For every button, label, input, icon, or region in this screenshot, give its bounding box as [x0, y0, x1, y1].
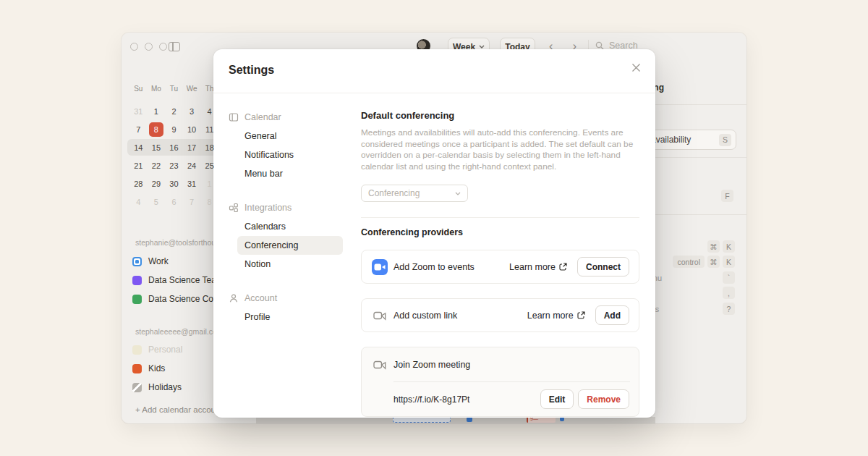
mini-calendar-day[interactable]: 6 [165, 193, 183, 211]
settings-nav-item-profile[interactable]: Profile [237, 308, 343, 326]
shortcut-row-shortcuts: uts ? [648, 303, 735, 315]
mini-calendar-day[interactable]: 14 [129, 138, 148, 156]
section-title-conferencing-providers: Conferencing providers [361, 227, 639, 239]
account-icon [229, 293, 239, 303]
calendar-name: Work [148, 256, 169, 266]
calendar-list-item-data-science-team[interactable]: Data Science Team [129, 271, 215, 290]
calendar-checkbox-checked-icon [132, 257, 142, 266]
account-email: stephaleeeee@gmail.co [135, 326, 215, 337]
key-badge-comma: , [723, 287, 735, 299]
mini-calendar-day[interactable]: 31 [183, 174, 201, 193]
key-badge-f: F [721, 190, 733, 202]
zoom-learn-more-link[interactable]: Learn more [509, 262, 567, 272]
mini-calendar-day[interactable]: 28 [129, 174, 148, 193]
day-number: 22 [152, 161, 161, 170]
mini-calendar-today[interactable]: 8 [148, 120, 166, 138]
settings-nav-item-calendars[interactable]: Calendars [237, 217, 343, 236]
settings-nav-item-conferencing[interactable]: Conferencing [237, 236, 343, 255]
mini-calendar-day-header: We [183, 85, 201, 95]
video-camera-icon [372, 308, 388, 324]
external-link-icon [577, 311, 585, 319]
mini-calendar-day[interactable]: 21 [129, 156, 148, 174]
calendar-list-item-work[interactable]: Work [129, 252, 215, 271]
mini-calendar-day[interactable]: 15 [148, 138, 166, 156]
day-number: 21 [134, 161, 142, 170]
settings-nav-section-account: Account [229, 289, 346, 308]
day-number: 29 [152, 180, 161, 188]
calendar-color-swatch-icon [132, 295, 142, 304]
availability-field[interactable]: availability S [644, 130, 736, 150]
edit-button[interactable]: Edit [540, 389, 574, 409]
external-link-icon [559, 263, 567, 271]
day-number: 2 [171, 107, 176, 116]
mini-calendar-day[interactable]: 31 [129, 102, 148, 120]
close-traffic-light[interactable] [130, 43, 138, 51]
divider [639, 104, 746, 105]
settings-content: Default conferencing Meetings and availa… [361, 110, 639, 417]
custom-link-learn-more-link[interactable]: Learn more [527, 311, 585, 321]
remove-button[interactable]: Remove [578, 389, 629, 409]
settings-nav-item-general[interactable]: General [237, 127, 343, 145]
settings-nav-item-menu-bar[interactable]: Menu bar [237, 164, 343, 183]
joined-zoom-link-row: https://f.io/K-8g17Pt Edit Remove [362, 382, 639, 416]
day-number: 30 [169, 180, 178, 188]
divider [361, 217, 639, 218]
day-number: 7 [136, 125, 140, 134]
key-badge-cmd: ⌘ [707, 240, 720, 253]
mini-calendar-day[interactable]: 29 [148, 174, 166, 193]
settings-modal: Settings CalendarGeneralNotificationsMen… [213, 49, 655, 418]
desktop-background: Week Today ‹ › Search SuMoTuWeTh 3112347… [0, 0, 868, 456]
sidebar-toggle-icon[interactable] [169, 42, 180, 51]
day-number: 18 [205, 143, 214, 152]
provider-card-zoom: Add Zoom to events Learn more Connect [361, 250, 639, 284]
mini-calendar-day[interactable]: 23 [165, 156, 183, 174]
custom-link-add-button[interactable]: Add [595, 305, 629, 325]
event-fragment [467, 417, 472, 422]
key-badge-backtick: ` [723, 271, 735, 284]
conferencing-select-placeholder: Conferencing [368, 188, 420, 198]
mini-calendar-day[interactable]: 7 [183, 193, 201, 211]
mini-calendar-day-header: Tu [165, 85, 183, 95]
day-number: 28 [134, 180, 142, 188]
mini-calendar-day[interactable]: 3 [183, 102, 201, 120]
calendar-name: Holidays [148, 382, 182, 392]
minimize-traffic-light[interactable] [145, 43, 153, 51]
mini-calendar-day[interactable]: 1 [148, 102, 166, 120]
mini-calendar-day[interactable]: 9 [165, 120, 183, 138]
mini-calendar-day[interactable]: 2 [165, 102, 183, 120]
calendar-name: Data Science Core [148, 294, 221, 304]
mini-calendar-day[interactable]: 17 [183, 138, 201, 156]
mini-calendar-day[interactable]: 10 [183, 120, 201, 138]
day-number: 9 [171, 125, 176, 134]
joined-zoom-header: Join Zoom meeting [362, 347, 639, 381]
mini-calendar-day[interactable]: 22 [148, 156, 166, 174]
mini-calendar-week-row: 2122232425 [129, 156, 222, 174]
mini-calendar-day[interactable]: 7 [129, 120, 148, 138]
video-camera-icon [372, 357, 388, 373]
mini-calendar-week-row: 7891011 [129, 120, 222, 138]
calendar-list-item-holidays[interactable]: Holidays [129, 378, 215, 397]
mini-calendar-day[interactable]: 4 [129, 193, 148, 211]
settings-nav-item-notion[interactable]: Notion [237, 255, 343, 274]
provider-label: Add Zoom to events [393, 262, 475, 272]
close-icon[interactable] [628, 59, 644, 75]
add-calendar-account-button[interactable]: + Add calendar account [135, 405, 223, 414]
mini-calendar-day-header: Su [129, 85, 148, 95]
zoom-traffic-light[interactable] [159, 43, 167, 51]
day-number: 14 [134, 143, 142, 152]
mini-calendar: SuMoTuWeTh 31123478910111415161718212223… [129, 85, 222, 211]
calendar-list-item-kids[interactable]: Kids [129, 359, 215, 378]
calendar-list-item-data-science-core[interactable]: Data Science Core [129, 290, 215, 308]
zoom-connect-button[interactable]: Connect [577, 257, 629, 276]
mini-calendar-grid: 3112347891011141516171821222324252829303… [129, 102, 222, 211]
mini-calendar-day[interactable]: 30 [165, 174, 183, 193]
mini-calendar-day[interactable]: 16 [165, 138, 183, 156]
provider-card-custom-link: Add custom link Learn more Add [361, 298, 639, 332]
modal-title: Settings [229, 64, 274, 77]
mini-calendar-day[interactable]: 5 [148, 193, 166, 211]
mini-calendar-day[interactable]: 24 [183, 156, 201, 174]
calendar-list-item-personal[interactable]: Personal [129, 340, 215, 359]
conferencing-select[interactable]: Conferencing [361, 185, 468, 202]
settings-nav-item-notifications[interactable]: Notifications [237, 145, 343, 164]
day-number: 23 [169, 161, 178, 170]
